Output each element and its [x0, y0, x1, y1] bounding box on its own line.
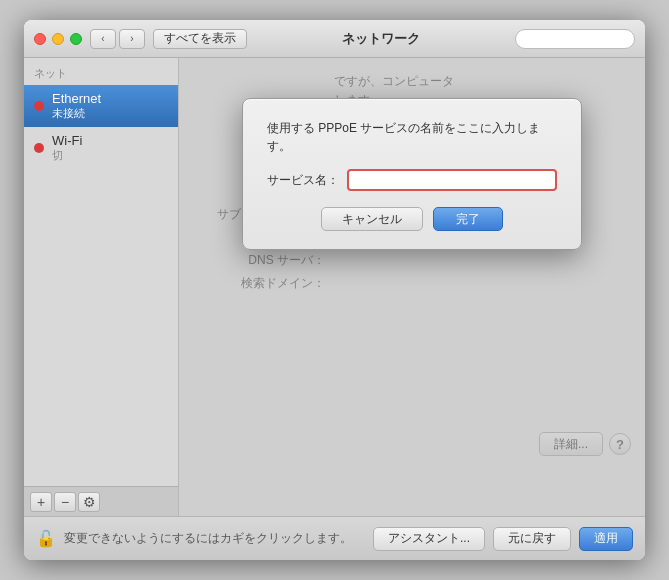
ethernet-status: 未接続 [52, 106, 101, 121]
maximize-button[interactable] [70, 33, 82, 45]
remove-service-button[interactable]: − [54, 492, 76, 512]
ethernet-name: Ethernet [52, 91, 101, 106]
sidebar: ネット Ethernet 未接続 Wi-Fi 切 + − ⚙ [24, 58, 179, 516]
cancel-button[interactable]: キャンセル [321, 207, 423, 231]
assistant-button[interactable]: アシスタント... [373, 527, 485, 551]
wifi-info: Wi-Fi 切 [52, 133, 82, 163]
sidebar-section-label: ネット [24, 58, 178, 83]
sidebar-toolbar: + − ⚙ [24, 486, 178, 516]
sidebar-item-wifi[interactable]: Wi-Fi 切 [24, 127, 178, 169]
service-name-input[interactable] [347, 169, 557, 191]
wifi-name: Wi-Fi [52, 133, 82, 148]
main-content: ネット Ethernet 未接続 Wi-Fi 切 + − ⚙ [24, 58, 645, 516]
wifi-status-dot [34, 143, 44, 153]
search-input[interactable] [515, 29, 635, 49]
add-service-button[interactable]: + [30, 492, 52, 512]
revert-button[interactable]: 元に戻す [493, 527, 571, 551]
apply-button[interactable]: 適用 [579, 527, 633, 551]
close-button[interactable] [34, 33, 46, 45]
network-window: ‹ › すべてを表示 ネットワーク ネット Ethernet 未接続 Wi-Fi… [24, 20, 645, 560]
dialog-message: 使用する PPPoE サービスの名前をここに入力します。 [267, 119, 557, 155]
gear-button[interactable]: ⚙ [78, 492, 100, 512]
pppoe-dialog: 使用する PPPoE サービスの名前をここに入力します。 サービス名： キャンセ… [242, 98, 582, 250]
title-bar: ‹ › すべてを表示 ネットワーク [24, 20, 645, 58]
ethernet-info: Ethernet 未接続 [52, 91, 101, 121]
sidebar-item-ethernet[interactable]: Ethernet 未接続 [24, 85, 178, 127]
show-all-button[interactable]: すべてを表示 [153, 29, 247, 49]
done-button[interactable]: 完了 [433, 207, 503, 231]
window-title: ネットワーク [247, 30, 515, 48]
service-name-label: サービス名： [267, 172, 339, 189]
forward-button[interactable]: › [119, 29, 145, 49]
sidebar-spacer [24, 169, 178, 486]
traffic-lights [34, 33, 82, 45]
dialog-buttons: キャンセル 完了 [267, 207, 557, 231]
lock-icon[interactable]: 🔓 [36, 529, 56, 549]
service-name-row: サービス名： [267, 169, 557, 191]
ethernet-status-dot [34, 101, 44, 111]
nav-buttons: ‹ › [90, 29, 145, 49]
minimize-button[interactable] [52, 33, 64, 45]
lock-label: 変更できないようにするにはカギをクリックします。 [64, 530, 365, 547]
back-button[interactable]: ‹ [90, 29, 116, 49]
wifi-status: 切 [52, 148, 82, 163]
dialog-overlay: 使用する PPPoE サービスの名前をここに入力します。 サービス名： キャンセ… [179, 58, 645, 516]
right-panel: ですが、コンピュータ します。 IPv4 の構成： DHCP サーバを使用 ▼ … [179, 58, 645, 516]
bottom-bar: 🔓 変更できないようにするにはカギをクリックします。 アシスタント... 元に戻… [24, 516, 645, 560]
